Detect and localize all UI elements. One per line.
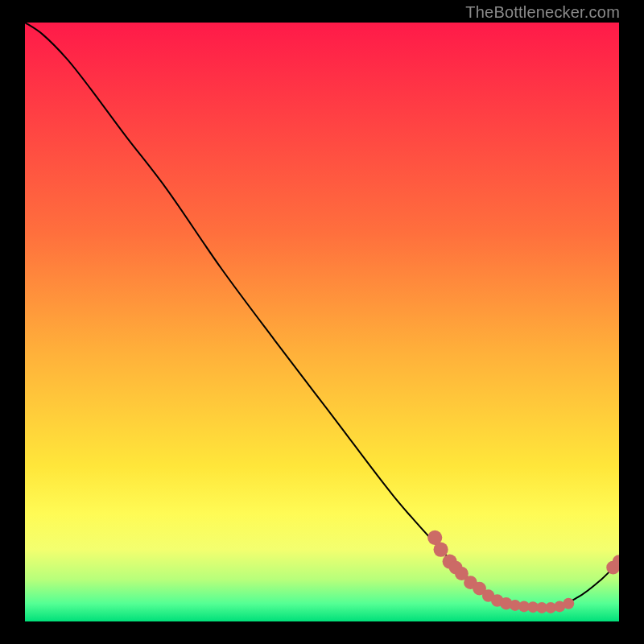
chart-stage: TheBottlenecker.com [0, 0, 644, 644]
chart-plot [25, 23, 619, 621]
chart-marker [563, 598, 574, 609]
watermark-text: TheBottlenecker.com [465, 3, 620, 22]
chart-svg [25, 23, 619, 621]
chart-background [25, 23, 619, 621]
chart-marker [434, 543, 448, 557]
